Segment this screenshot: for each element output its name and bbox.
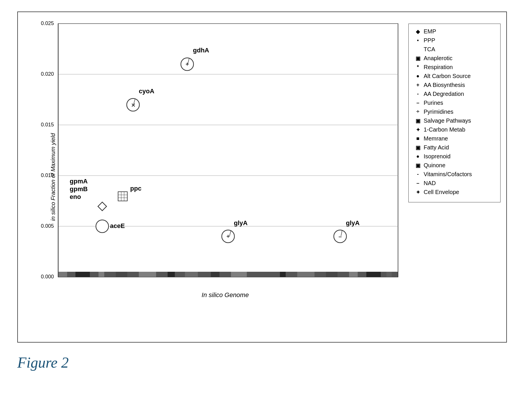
respiration-symbol: * xyxy=(414,64,421,70)
emp-symbol: ◆ xyxy=(414,28,421,35)
svg-text:glyA: glyA xyxy=(234,219,248,227)
1carbon-symbol: ✦ xyxy=(414,127,421,133)
cell-envelope-label: Cell Envelope xyxy=(424,189,459,195)
svg-rect-25 xyxy=(257,272,267,277)
svg-rect-23 xyxy=(211,272,219,277)
tca-label: TCA xyxy=(424,46,435,53)
nad-label: NAD xyxy=(424,180,436,187)
chart-svg: 0.000 0.005 0.010 0.015 0.020 0.025 xyxy=(41,21,415,309)
svg-text:gpmB: gpmB xyxy=(70,185,88,193)
anaplerotic-symbol: ▣ xyxy=(414,55,421,62)
quinone-symbol: ▣ xyxy=(414,162,421,169)
legend-item-isoprenoid: ● Isoprenoid xyxy=(414,153,494,160)
ppp-label: PPP xyxy=(424,37,435,44)
emp-label: EMP xyxy=(424,28,436,35)
isoprenoid-label: Isoprenoid xyxy=(424,153,450,160)
pyrimidines-label: Pyrimidines xyxy=(424,109,453,115)
svg-text:ppc: ppc xyxy=(130,185,141,192)
figure-box: in silico Fraction of Maximum yield 0.00… xyxy=(17,12,507,343)
legend-item-ppp: ▪ PPP xyxy=(414,37,494,44)
svg-text:0.015: 0.015 xyxy=(41,122,54,128)
legend-item-membrane: ■ Memrane xyxy=(414,135,494,142)
svg-text:0.025: 0.025 xyxy=(41,21,54,26)
svg-rect-16 xyxy=(58,272,67,277)
svg-text:In silico Genome: In silico Genome xyxy=(202,291,249,299)
y-axis-label: in silico Fraction of Maximum yield xyxy=(50,133,56,221)
svg-rect-28 xyxy=(326,272,338,277)
legend-item-emp: ◆ EMP xyxy=(414,28,494,35)
aa-bio-symbol: + xyxy=(414,82,421,88)
membrane-symbol: ■ xyxy=(414,136,421,142)
svg-rect-19 xyxy=(116,272,127,277)
chart-area: in silico Fraction of Maximum yield 0.00… xyxy=(18,12,405,342)
fatty-acid-label: Fatty Acid xyxy=(424,144,449,151)
pyrimidines-symbol: ÷ xyxy=(414,109,421,115)
tca-symbol xyxy=(414,46,421,52)
legend-item-alt-carbon: ● Alt Carbon Source xyxy=(414,73,494,79)
svg-text:0.020: 0.020 xyxy=(41,71,54,77)
legend-item-pyrimidines: ÷ Pyrimidines xyxy=(414,109,494,115)
legend-item-cell-envelope: ✦ Cell Envelope xyxy=(414,189,494,195)
isoprenoid-symbol: ● xyxy=(414,153,421,159)
svg-text:gpmA: gpmA xyxy=(70,178,88,185)
legend-item-purines: – Purines xyxy=(414,100,494,106)
svg-rect-18 xyxy=(98,272,104,277)
svg-rect-17 xyxy=(75,272,90,277)
membrane-label: Memrane xyxy=(424,135,448,142)
vitamins-symbol: - xyxy=(414,171,421,177)
1carbon-label: 1-Carbon Metab xyxy=(424,126,465,133)
svg-rect-20 xyxy=(139,272,156,277)
aa-deg-label: AA Degredation xyxy=(424,91,464,97)
svg-text:eno: eno xyxy=(70,193,81,200)
svg-rect-31 xyxy=(386,272,392,277)
vitamins-label: Vitamins/Cofactors xyxy=(424,171,472,178)
legend-item-tca: TCA xyxy=(414,46,494,53)
anaplerotic-label: Anaplerotic xyxy=(424,55,452,62)
alt-carbon-label: Alt Carbon Source xyxy=(424,73,471,79)
svg-rect-27 xyxy=(297,272,314,277)
legend-item-quinone: ▣ Quinone xyxy=(414,162,494,169)
svg-rect-30 xyxy=(366,272,381,277)
salvage-label: Salvage Pathways xyxy=(424,117,471,124)
legend-item-salvage: ▣ Salvage Pathways xyxy=(414,117,494,124)
legend-item-fatty-acid: ▣ Fatty Acid xyxy=(414,144,494,151)
svg-rect-22 xyxy=(185,272,198,277)
purines-label: Purines xyxy=(424,100,443,106)
purines-symbol: – xyxy=(414,100,421,106)
svg-text:+: + xyxy=(226,233,230,240)
quinone-label: Quinone xyxy=(424,162,446,169)
svg-point-51 xyxy=(96,220,109,233)
svg-text:✕: ✕ xyxy=(131,102,135,108)
legend-item-respiration: * Respiration xyxy=(414,64,494,71)
legend-item-vitamins: - Vitamins/Cofactors xyxy=(414,171,494,178)
svg-rect-15 xyxy=(58,272,398,277)
svg-rect-29 xyxy=(349,272,358,277)
nad-symbol: – xyxy=(414,180,421,186)
alt-carbon-symbol: ● xyxy=(414,73,421,79)
svg-rect-45 xyxy=(118,192,127,201)
cell-envelope-symbol: ✦ xyxy=(414,189,421,195)
page-container: in silico Fraction of Maximum yield 0.00… xyxy=(0,0,523,420)
legend-item-nad: – NAD xyxy=(414,180,494,187)
figure-caption: Figure 2 xyxy=(17,354,69,371)
svg-text:0.000: 0.000 xyxy=(41,274,54,280)
legend-item-aa-degredation: - AA Degredation xyxy=(414,91,494,97)
legend-item-1carbon: ✦ 1-Carbon Metab xyxy=(414,126,494,133)
svg-text:gdhA: gdhA xyxy=(193,47,209,54)
svg-text:glyA: glyA xyxy=(346,219,360,227)
legend-item-anaplerotic: ▣ Anaplerotic xyxy=(414,55,494,62)
aa-bio-label: AA Biosynthesis xyxy=(424,82,465,88)
svg-rect-21 xyxy=(168,272,175,277)
svg-text:cyoA: cyoA xyxy=(139,88,154,95)
svg-text:aceE: aceE xyxy=(110,222,125,229)
svg-rect-24 xyxy=(231,272,247,277)
respiration-label: Respiration xyxy=(424,64,453,71)
ppp-symbol: ▪ xyxy=(414,37,421,43)
legend-item-aa-biosynthesis: + AA Biosynthesis xyxy=(414,82,494,88)
legend-box: ◆ EMP ▪ PPP TCA ▣ Anaplerotic * Respirat… xyxy=(408,24,501,202)
salvage-symbol: ▣ xyxy=(414,118,421,124)
svg-rect-26 xyxy=(280,272,286,277)
fatty-acid-symbol: ▣ xyxy=(414,145,421,151)
svg-text:0.005: 0.005 xyxy=(41,223,54,229)
aa-deg-symbol: - xyxy=(414,91,421,97)
